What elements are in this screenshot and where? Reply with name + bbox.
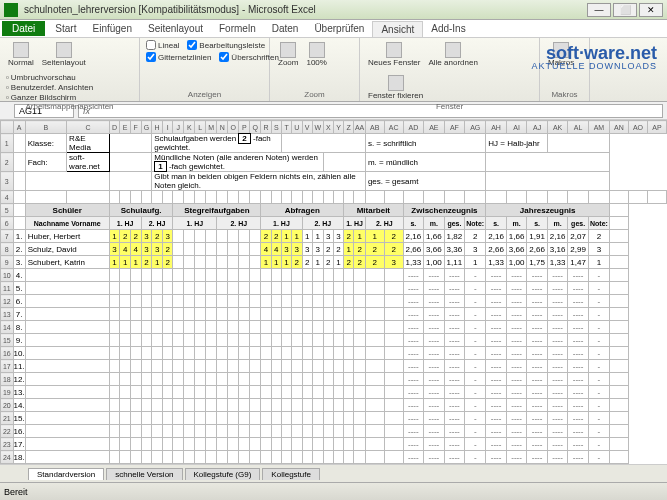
col-header[interactable]: AK <box>547 121 568 134</box>
neues-fenster-button[interactable]: Neues Fenster <box>366 40 422 69</box>
col-header[interactable]: AO <box>628 121 647 134</box>
col-header[interactable]: U <box>292 121 302 134</box>
col-header[interactable]: AM <box>588 121 609 134</box>
col-header[interactable]: AD <box>403 121 424 134</box>
col-header[interactable]: AJ <box>527 121 548 134</box>
sheet-tab-3[interactable]: Kollegstufe <box>262 468 320 480</box>
col-header[interactable]: AP <box>647 121 666 134</box>
spreadsheet-grid[interactable]: ABCDEFGHIJKLMNOPQRSTUVWXYZAAABACADAEAFAG… <box>0 120 667 480</box>
excel-icon <box>4 3 18 17</box>
tab-start[interactable]: Start <box>47 21 84 36</box>
window-title: schulnoten_lehrerversion [Kompatibilität… <box>24 4 587 15</box>
bearb-check[interactable]: Bearbeitungsleiste <box>187 40 265 50</box>
col-header[interactable]: AF <box>444 121 465 134</box>
col-header[interactable]: T <box>281 121 291 134</box>
col-header[interactable]: V <box>302 121 312 134</box>
zoom100-button[interactable]: 100% <box>304 40 328 90</box>
col-header[interactable]: C <box>67 121 110 134</box>
col-header[interactable]: AA <box>354 121 366 134</box>
ganz-button[interactable]: ▫Ganzer Bildschirm <box>6 93 93 102</box>
maximize-button[interactable]: ⬜ <box>613 3 637 17</box>
student-name[interactable]: Schubert, Katrin <box>25 256 109 269</box>
col-header[interactable]: D <box>109 121 120 134</box>
umbruch-button[interactable]: ▫Umbruchvorschau <box>6 73 93 82</box>
col-header[interactable]: I <box>162 121 173 134</box>
alle-anordnen-button[interactable]: Alle anordnen <box>426 40 479 69</box>
col-header[interactable]: Q <box>250 121 261 134</box>
fenster-fix-button[interactable]: Fenster fixieren <box>366 73 425 102</box>
col-header[interactable]: AG <box>465 121 486 134</box>
col-header[interactable]: K <box>184 121 195 134</box>
tab-seitenlayout[interactable]: Seitenlayout <box>140 21 211 36</box>
ribbon-tabs: Datei Start Einfügen Seitenlayout Formel… <box>0 20 667 38</box>
status-bar: Bereit <box>0 482 667 500</box>
file-tab[interactable]: Datei <box>2 21 45 36</box>
zoom-button[interactable]: Zoom <box>276 40 300 90</box>
benutz-button[interactable]: ▫Benutzerdef. Ansichten <box>6 83 93 92</box>
col-header[interactable]: AN <box>610 121 629 134</box>
col-header[interactable]: AC <box>384 121 403 134</box>
sheet-tab-active[interactable]: Standardversion <box>28 468 104 480</box>
header-schuler: Schüler <box>25 204 109 217</box>
col-header[interactable]: F <box>130 121 141 134</box>
gitter-check[interactable]: Gitternetzlinien <box>146 52 211 62</box>
col-header[interactable]: W <box>312 121 323 134</box>
col-header[interactable]: X <box>323 121 333 134</box>
col-header[interactable]: B <box>25 121 66 134</box>
col-header[interactable]: G <box>141 121 152 134</box>
tab-daten[interactable]: Daten <box>264 21 307 36</box>
tab-addins[interactable]: Add-Ins <box>423 21 473 36</box>
tab-uberprufen[interactable]: Überprüfen <box>306 21 372 36</box>
watermark: soft·ware.net AKTUELLE DOWNLOADS <box>531 44 657 71</box>
col-header[interactable]: R <box>261 121 271 134</box>
col-header[interactable]: Z <box>344 121 354 134</box>
minimize-button[interactable]: — <box>587 3 611 17</box>
col-header[interactable]: N <box>217 121 228 134</box>
sheet-tabs: Standardversion schnelle Version Kollegs… <box>0 464 667 482</box>
sheet-tab-2[interactable]: Kollegstufe (G9) <box>185 468 261 480</box>
col-header[interactable]: E <box>120 121 131 134</box>
col-header[interactable]: Y <box>333 121 343 134</box>
col-header[interactable]: S <box>271 121 281 134</box>
col-header[interactable]: A <box>13 121 25 134</box>
col-header[interactable]: AI <box>506 121 527 134</box>
lineal-check[interactable]: Lineal <box>146 40 179 50</box>
col-header[interactable]: AE <box>424 121 445 134</box>
col-header[interactable]: M <box>206 121 217 134</box>
col-header[interactable]: H <box>152 121 163 134</box>
col-header[interactable]: O <box>228 121 239 134</box>
col-header[interactable]: AL <box>568 121 589 134</box>
col-header[interactable]: L <box>195 121 206 134</box>
student-name[interactable]: Huber, Herbert <box>25 230 109 243</box>
col-header[interactable]: AB <box>365 121 384 134</box>
tab-einfugen[interactable]: Einfügen <box>84 21 139 36</box>
page-layout-button[interactable]: Seitenlayout <box>40 40 88 69</box>
sheet-tab-1[interactable]: schnelle Version <box>106 468 182 480</box>
status-text: Bereit <box>4 487 28 497</box>
close-button[interactable]: ✕ <box>639 3 663 17</box>
ribbon: soft·ware.net AKTUELLE DOWNLOADS Normal … <box>0 38 667 102</box>
student-name[interactable]: Schulz, David <box>25 243 109 256</box>
col-header[interactable]: J <box>173 121 184 134</box>
normal-view-button[interactable]: Normal <box>6 40 36 69</box>
tab-ansicht[interactable]: Ansicht <box>372 21 423 37</box>
col-header[interactable]: AH <box>486 121 507 134</box>
col-header[interactable]: P <box>239 121 250 134</box>
tab-formeln[interactable]: Formeln <box>211 21 264 36</box>
